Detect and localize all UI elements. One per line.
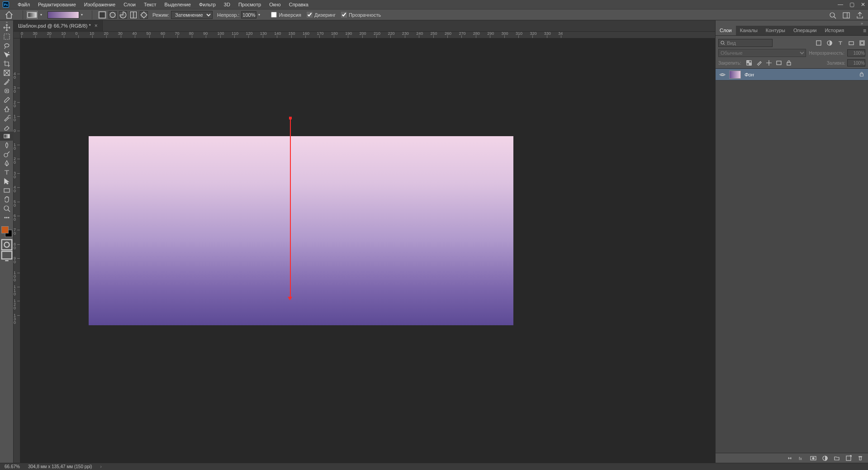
menu-image[interactable]: Изображение [80,2,119,7]
menu-window[interactable]: Окно [265,2,285,7]
edit-toolbar-button[interactable] [0,213,14,222]
marquee-tool[interactable] [0,32,14,41]
close-icon[interactable]: ✕ [861,1,865,8]
zoom-tool[interactable] [0,204,14,213]
menu-3d[interactable]: 3D [220,2,234,7]
status-menu-icon[interactable]: › [100,464,101,469]
path-select-tool[interactable] [0,177,14,186]
lasso-tool[interactable] [0,41,14,50]
clone-tool[interactable] [0,104,14,114]
adjustment-layer-icon[interactable] [822,455,828,461]
move-tool[interactable] [0,23,14,32]
gradient-tool-icon[interactable] [27,11,38,19]
lock-all-icon[interactable] [786,60,792,66]
linear-gradient-button[interactable] [98,11,106,19]
pen-tool[interactable] [0,159,14,168]
horizontal-ruler[interactable]: 4030201001020304050607080901001101201301… [20,32,715,38]
lock-transparency-icon[interactable] [746,60,752,66]
layer-fx-icon[interactable]: fx [798,455,805,461]
share-icon[interactable] [856,12,863,19]
opacity-input[interactable] [241,11,256,19]
workspace-icon[interactable] [843,12,850,19]
layer-thumbnail[interactable] [729,71,741,79]
eraser-tool[interactable] [0,123,14,132]
panel-menu-icon[interactable]: ≡ [863,28,866,34]
layer-mask-icon[interactable] [810,455,816,461]
brush-tool[interactable] [0,95,14,104]
quick-mask-button[interactable] [0,240,14,249]
menu-edit[interactable]: Редактирование [34,2,80,7]
filter-shape-icon[interactable] [848,40,854,46]
blur-tool[interactable] [0,141,14,150]
ruler-origin[interactable] [14,32,20,38]
foreground-color[interactable] [1,226,9,233]
menu-type[interactable]: Текст [140,2,161,7]
visibility-icon[interactable] [719,71,726,78]
menu-view[interactable]: Просмотр [234,2,265,7]
layer-row[interactable]: Фон [716,69,868,81]
angle-gradient-button[interactable] [119,11,127,19]
reflected-gradient-button[interactable] [129,11,138,19]
maximize-icon[interactable]: ▢ [849,1,854,8]
group-layers-icon[interactable] [834,455,840,461]
hand-tool[interactable] [0,195,14,204]
crop-tool[interactable] [0,59,14,68]
radial-gradient-button[interactable] [109,11,117,19]
reverse-checkbox[interactable]: Инверсия [271,12,301,18]
rectangle-tool[interactable] [0,186,14,195]
menu-filter[interactable]: Фильтр [195,2,220,7]
menu-layer[interactable]: Слои [119,2,140,7]
document-tab[interactable]: Шаблон.psd @ 66,7% (RGB/8) * × [14,20,103,31]
tab-channels[interactable]: Каналы [736,26,762,35]
dodge-tool[interactable] [0,150,14,159]
layer-filter-input[interactable]: Вид [718,39,773,47]
gradient-tool[interactable] [0,132,14,141]
frame-tool[interactable] [0,68,14,77]
blend-mode-select-panel[interactable]: Обычные [718,49,806,57]
filter-type-icon[interactable] [837,40,844,46]
search-icon[interactable] [829,12,836,19]
gradient-picker-dropdown[interactable]: ▾ [79,11,85,19]
tab-paths[interactable]: Контуры [762,26,789,35]
minimize-icon[interactable]: — [838,1,843,8]
opacity-dropdown[interactable]: ▾ [256,11,262,19]
close-tab-icon[interactable]: × [95,23,98,29]
screen-mode-button[interactable] [0,251,14,260]
document-canvas[interactable] [89,136,513,325]
layer-name[interactable]: Фон [745,72,754,77]
quick-select-tool[interactable] [0,50,14,59]
filter-adjust-icon[interactable] [826,40,833,46]
diamond-gradient-button[interactable] [140,11,148,19]
new-layer-icon[interactable] [845,455,852,461]
lock-artboard-icon[interactable] [776,60,782,66]
dither-checkbox[interactable]: Дизеринг [307,12,336,18]
link-layers-icon[interactable] [787,455,793,461]
blend-mode-select[interactable]: Затемнение [171,11,213,19]
fill-input[interactable] [847,59,865,66]
layer-lock-icon[interactable] [859,71,864,78]
transparency-checkbox[interactable]: Прозрачность [341,12,381,18]
tab-actions[interactable]: Операции [789,26,821,35]
lock-pixels-icon[interactable] [756,60,762,66]
menu-select[interactable]: Выделение [161,2,195,7]
color-swatches[interactable] [0,225,14,238]
eyedropper-tool[interactable] [0,77,14,86]
history-brush-tool[interactable] [0,114,14,123]
tool-preset-dropdown[interactable]: ▾ [38,11,44,19]
healing-tool[interactable] [0,86,14,95]
tab-layers[interactable]: Слои [716,26,736,35]
home-button[interactable] [5,11,14,19]
filter-smart-icon[interactable] [859,40,865,46]
panel-opacity-input[interactable] [847,49,865,57]
tab-history[interactable]: История [821,26,848,35]
document-dimensions[interactable]: 304,8 мм x 135,47 мм (150 ppi) [28,464,92,469]
filter-pixel-icon[interactable] [816,40,822,46]
vertical-ruler[interactable]: 403020100102030405060708090100110120130 [14,38,20,463]
menu-help[interactable]: Справка [285,2,313,7]
type-tool[interactable] [0,168,14,177]
zoom-level[interactable]: 66.67% [5,464,20,469]
gradient-picker[interactable] [47,11,79,19]
menu-file[interactable]: Файл [14,2,34,7]
lock-position-icon[interactable] [766,60,772,66]
delete-layer-icon[interactable] [857,455,863,461]
